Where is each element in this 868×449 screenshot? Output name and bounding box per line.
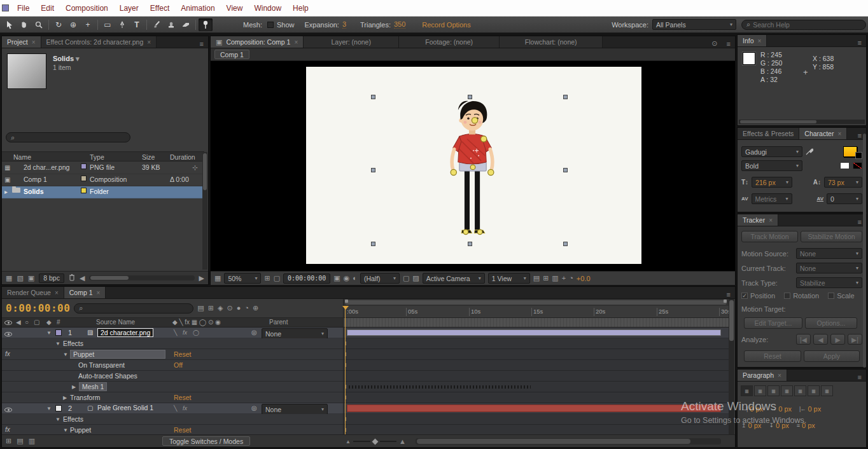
- shape-tool[interactable]: ▭: [101, 18, 115, 31]
- show-snapshot-icon[interactable]: ◉: [344, 275, 350, 282]
- project-bit-depth[interactable]: 8 bpc: [39, 273, 64, 283]
- parent-dropdown[interactable]: None▾: [262, 328, 328, 339]
- mesh-show-checkbox[interactable]: [267, 22, 274, 28]
- tab-paragraph[interactable]: Paragraph×: [738, 370, 787, 381]
- selection-handle[interactable]: [563, 95, 568, 99]
- draft-3d-icon[interactable]: ⊞: [208, 305, 214, 312]
- track-type-dropdown[interactable]: Stabilize▾: [796, 277, 862, 288]
- menu-edit[interactable]: Edit: [35, 4, 60, 13]
- close-tab-icon[interactable]: ×: [97, 289, 101, 296]
- label-color-swatch[interactable]: [81, 188, 87, 193]
- resolution-dropdown[interactable]: (Half)▾: [360, 273, 400, 284]
- right-column-scrollbar[interactable]: [863, 134, 866, 368]
- camera-dropdown[interactable]: Active Camera▾: [423, 273, 485, 284]
- zoom-out-mountain-icon[interactable]: ▲: [346, 439, 351, 445]
- eraser-tool[interactable]: [179, 18, 193, 31]
- right-indent-value[interactable]: 0 px: [808, 405, 821, 413]
- property-row-effects[interactable]: ▼ Effects: [2, 338, 343, 349]
- tab-layer[interactable]: Layer: (none): [304, 36, 399, 48]
- selection-handle[interactable]: [468, 95, 472, 99]
- stabilize-motion-button[interactable]: Stabilize Motion: [801, 231, 862, 242]
- toggle-switches-modes-button[interactable]: Toggle Switches / Modes: [162, 436, 250, 446]
- expansion-value[interactable]: 3: [342, 20, 346, 29]
- tab-tracker[interactable]: Tracker×: [738, 214, 778, 226]
- composition-canvas[interactable]: [306, 67, 641, 264]
- tab-composition[interactable]: ▣Composition: Comp 1×: [211, 36, 304, 48]
- layer-color-swatch[interactable]: [55, 405, 62, 411]
- pickwhip-icon[interactable]: ◎: [251, 404, 257, 411]
- layer-2-track[interactable]: [344, 403, 731, 414]
- in-out-columns-icon[interactable]: ▥: [29, 438, 35, 445]
- quality-switch-icon[interactable]: ╲: [174, 329, 177, 336]
- justify-last-center-icon[interactable]: ≡: [794, 385, 806, 396]
- analyze-backward-one-icon[interactable]: |◀: [796, 334, 811, 345]
- track-row[interactable]: I: [344, 392, 731, 403]
- tab-character[interactable]: Character×: [799, 128, 847, 139]
- fx-switch-icon[interactable]: fx: [183, 329, 187, 336]
- space-after-value[interactable]: 0 px: [776, 422, 789, 429]
- track-motion-button[interactable]: Track Motion: [741, 231, 798, 242]
- panel-menu-icon[interactable]: ≡: [853, 39, 866, 46]
- layer-duration-bar[interactable]: [347, 329, 721, 336]
- tab-info[interactable]: Info×: [738, 35, 767, 46]
- property-row-on-transparent[interactable]: On Transparent Off: [2, 360, 343, 371]
- justify-all-icon[interactable]: ≡: [821, 385, 833, 396]
- playhead[interactable]: [345, 306, 346, 434]
- camera-tool[interactable]: ⊕: [66, 18, 80, 31]
- apply-button[interactable]: Apply: [804, 350, 860, 362]
- new-composition-icon[interactable]: ▣: [28, 275, 34, 282]
- panel-menu-icon[interactable]: ≡: [722, 40, 735, 48]
- property-row-mesh-1[interactable]: ▶ Mesh 1: [2, 382, 343, 392]
- close-tab-icon[interactable]: ×: [758, 38, 762, 45]
- project-row-solids[interactable]: ▸ Solids Folder: [2, 186, 204, 198]
- space-before-value[interactable]: 0 px: [748, 422, 762, 429]
- track-row[interactable]: [344, 371, 731, 382]
- twirl-icon[interactable]: ▼: [55, 341, 60, 347]
- position-checkbox[interactable]: ✓: [741, 293, 748, 299]
- menu-file[interactable]: File: [11, 4, 35, 13]
- expand-layers-icon[interactable]: ⊞: [6, 438, 11, 445]
- snapshot-icon[interactable]: ▣: [333, 275, 340, 282]
- property-row-effects[interactable]: ▼ Effects: [2, 414, 343, 425]
- track-row[interactable]: I: [344, 414, 731, 425]
- help-search-input[interactable]: [753, 21, 861, 29]
- quality-switch-icon[interactable]: ╲: [174, 405, 177, 411]
- twirl-icon[interactable]: ▶: [72, 384, 76, 390]
- transfer-controls-icon[interactable]: ▤: [17, 438, 23, 445]
- frame-blending-icon[interactable]: ⊙: [227, 305, 232, 312]
- zoom-tool[interactable]: [32, 18, 46, 31]
- project-table-header[interactable]: Name Type Size Duration: [2, 151, 204, 162]
- align-right-icon[interactable]: ≡: [767, 385, 780, 396]
- timeline-zoom-slider[interactable]: ▲ ▲: [346, 439, 406, 444]
- font-style-dropdown[interactable]: Bold▾: [741, 160, 802, 171]
- always-preview-icon[interactable]: ▦: [214, 275, 221, 282]
- composition-mini-flowchart-icon[interactable]: ▤: [197, 305, 204, 312]
- stroke-color-swatch[interactable]: [855, 152, 862, 159]
- region-of-interest-icon[interactable]: ▢: [403, 275, 409, 282]
- character-artwork[interactable]: [435, 99, 506, 252]
- hand-tool[interactable]: [17, 18, 31, 31]
- twirl-icon[interactable]: ▼: [55, 417, 60, 422]
- property-row-puppet[interactable]: fx ▼ Puppet Reset: [2, 349, 343, 360]
- twirl-icon[interactable]: ▼: [63, 427, 68, 433]
- project-row-comp[interactable]: ▣ Comp 1 Composition Δ 0:00: [2, 174, 204, 186]
- menu-animation[interactable]: Animation: [175, 4, 220, 13]
- close-tab-icon[interactable]: ×: [837, 130, 841, 137]
- close-tab-icon[interactable]: ×: [55, 289, 59, 296]
- menu-layer[interactable]: Layer: [114, 4, 144, 13]
- rotation-tool[interactable]: ↻: [52, 18, 66, 31]
- reset-link[interactable]: Reset: [174, 394, 191, 401]
- motion-blur-switch-icon[interactable]: ◯: [193, 329, 199, 336]
- twirl-icon[interactable]: ▸: [4, 188, 8, 195]
- tab-render-queue[interactable]: Render Queue×: [2, 287, 64, 298]
- motion-blur-icon[interactable]: ●: [237, 305, 241, 312]
- justify-last-left-icon[interactable]: ≡: [781, 385, 793, 396]
- current-time-display[interactable]: 0:00:00:00: [6, 302, 70, 314]
- project-search-input[interactable]: [17, 134, 125, 141]
- reset-button[interactable]: Reset: [744, 350, 801, 362]
- graph-editor-icon[interactable]: ⊕: [253, 305, 258, 312]
- new-folder-icon[interactable]: ▧: [17, 275, 23, 282]
- twirl-icon[interactable]: ▼: [46, 406, 52, 411]
- navigator-end-handle[interactable]: [724, 300, 727, 303]
- analyze-backward-icon[interactable]: ◀: [813, 334, 828, 345]
